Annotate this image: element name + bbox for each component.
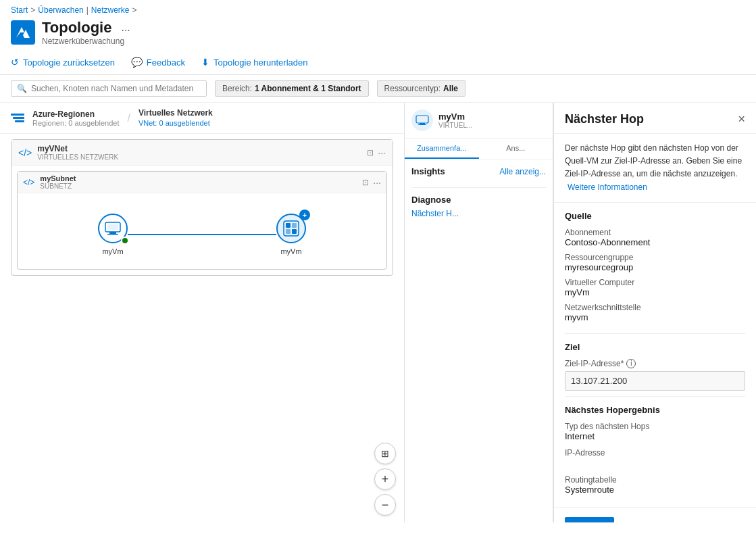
zoom-in-button[interactable]: + [374, 468, 396, 490]
resource-filter-tag[interactable]: Ressourcentyp: Alle [377, 80, 465, 97]
legend-vnet-link[interactable]: VNet: 0 ausgeblendet [138, 119, 210, 127]
legend-vnet-label: Virtuelles Netzwerk [138, 108, 213, 118]
hop-panel-header: Nächster Hop × [554, 103, 756, 134]
legend-region-label: Azure-Regionen [32, 109, 119, 119]
tab-ans[interactable]: Ans... [479, 139, 553, 159]
feedback-button[interactable]: 💬 Feedback [131, 54, 185, 70]
legend-region-sub: Regionen: 0 ausgeblendet [32, 119, 119, 127]
vnet-type: VIRTUELLES NETZWERK [37, 153, 118, 161]
svg-rect-4 [107, 224, 118, 230]
summary-tabs: Zusammenfa... Ans... [405, 139, 553, 159]
subnet-header: </> mySubnet SUBNETZ ⊡ ··· [18, 172, 386, 193]
reset-topology-button[interactable]: ↺ Topologie zurücksetzen [11, 54, 115, 70]
result-hop-type-label: Typ des nächsten Hops [565, 422, 745, 431]
feedback-icon: 💬 [131, 57, 143, 68]
diagnose-link[interactable]: Nächster H... [411, 209, 546, 218]
source-subscription-value: Contoso-Abonnement [565, 237, 745, 247]
hop-description: Der nächste Hop gibt den nächsten Hop vo… [554, 134, 756, 203]
source-field-subscription: Abonnement Contoso-Abonnement [565, 228, 745, 247]
result-section: Nächstes Hopergebnis Typ des nächsten Ho… [554, 397, 756, 507]
vm-summary-type: VIRTUEL... [438, 122, 472, 129]
insights-section: Insights Alle anzeig... [405, 159, 553, 187]
result-route-value: Systemroute [565, 485, 745, 495]
source-field-nic: Netzwerkschnittstelle myvm [565, 303, 745, 322]
vnet-resize-button[interactable]: ⊡ [367, 148, 374, 157]
side-panel: myVm VIRTUEL... Zusammenfa... Ans... Ins… [405, 103, 553, 522]
vm-target-icon [282, 220, 300, 237]
legend-vnet: Virtuelles Netzwerk VNet: 0 ausgeblendet [138, 108, 213, 128]
insights-link[interactable]: Alle anzeig... [499, 167, 546, 176]
subnet-box: </> mySubnet SUBNETZ ⊡ ··· [17, 171, 387, 270]
source-rg-label: Ressourcengruppe [565, 253, 745, 262]
hop-panel: Nächster Hop × Der nächste Hop gibt den … [553, 103, 756, 522]
scope-label: Bereich: [222, 84, 252, 93]
breadcrumb-monitor[interactable]: Überwachen [38, 5, 83, 15]
hop-fertig-button[interactable]: Fertig [565, 517, 614, 522]
vnet-header: </> myVNet VIRTUELLES NETZWERK ⊡ ··· [11, 140, 393, 166]
svg-rect-8 [286, 229, 291, 234]
source-subscription-label: Abonnement [565, 228, 745, 237]
zoom-controls: ⊞ + − [374, 443, 396, 516]
resource-label: Ressourcentyp: [384, 84, 440, 93]
vm-node-source[interactable]: myVm [98, 214, 128, 255]
legend-sep: / [127, 112, 130, 124]
result-field-ip: IP-Adresse [565, 448, 745, 468]
vm-node-target[interactable]: + myVm [276, 214, 306, 255]
close-hop-panel-button[interactable]: × [738, 112, 745, 126]
hop-more-info-link[interactable]: Weitere Informationen [568, 182, 647, 192]
diagnose-title: Diagnose [411, 195, 546, 205]
target-ip-input[interactable] [565, 371, 745, 391]
vm-source-status-dot [121, 237, 129, 245]
vnet-more-button[interactable]: ··· [378, 147, 386, 158]
download-topology-button[interactable]: ⬇ Topologie herunterladen [201, 54, 308, 70]
connection-line [128, 234, 276, 235]
result-section-title: Nächstes Hopergebnis [565, 405, 745, 415]
source-nic-label: Netzwerkschnittstelle [565, 303, 745, 312]
more-options-button[interactable]: ... [117, 20, 134, 35]
breadcrumb-start[interactable]: Start [11, 5, 28, 15]
svg-rect-3 [107, 234, 118, 235]
vm-target-plus-badge: + [299, 210, 310, 220]
title-block: Topologie ... Netzwerküberwachung [42, 19, 134, 46]
source-nic-value: myvm [565, 312, 745, 322]
search-box: 🔍 [11, 80, 207, 97]
breadcrumb-sep1: > [30, 5, 35, 15]
scope-filter-tag[interactable]: Bereich: 1 Abonnement & 1 Standort [215, 80, 369, 97]
subnet-more-button[interactable]: ··· [373, 177, 381, 188]
svg-rect-6 [286, 223, 291, 228]
breadcrumb-networks[interactable]: Netzwerke [91, 5, 130, 15]
source-section: Quelle Abonnement Contoso-Abonnement Res… [554, 203, 756, 333]
source-vm-value: myVm [565, 287, 745, 297]
source-field-rg: Ressourcengruppe myresourcegroup [565, 253, 745, 272]
vm-nodes-row: myVm [18, 193, 386, 269]
azure-logo-icon [11, 20, 35, 45]
target-ip-field: Ziel-IP-Adresse* i [565, 359, 745, 391]
svg-rect-2 [109, 232, 116, 234]
vm-target-label: myVm [280, 247, 301, 255]
vm-summary-icon [415, 114, 429, 127]
search-input[interactable] [31, 84, 201, 93]
hop-footer: Fertig Andere IP-Adresse ausprobieren [554, 507, 756, 522]
zoom-fit-button[interactable]: ⊞ [374, 443, 396, 464]
diagnose-section: Diagnose Nächster H... [405, 188, 553, 225]
source-field-vm: Virtueller Computer myVm [565, 278, 745, 297]
subnet-icon: </> [23, 178, 34, 187]
subnet-resize-button[interactable]: ⊡ [362, 178, 369, 187]
tab-summary[interactable]: Zusammenfa... [405, 139, 479, 159]
result-field-route: Routingtabelle Systemroute [565, 475, 745, 495]
legend-header: Azure-Regionen Regionen: 0 ausgeblendet … [0, 103, 404, 134]
toolbar: ↺ Topologie zurücksetzen 💬 Feedback ⬇ To… [0, 51, 756, 75]
page-subtitle: Netzwerküberwachung [42, 36, 134, 46]
search-icon: 🔍 [17, 84, 27, 93]
result-ip-label: IP-Adresse [565, 448, 745, 458]
zoom-out-button[interactable]: − [374, 494, 396, 516]
legend-stack-icon [11, 114, 24, 122]
svg-rect-12 [418, 124, 426, 125]
scope-value: 1 Abonnement & 1 Standort [255, 84, 361, 93]
main-area: Azure-Regionen Regionen: 0 ausgeblendet … [0, 103, 756, 522]
result-field-hop-type: Typ des nächsten Hops Internet [565, 422, 745, 441]
subnet-name: mySubnet [40, 174, 76, 182]
svg-rect-11 [420, 123, 425, 124]
filter-bar: 🔍 Bereich: 1 Abonnement & 1 Standort Res… [0, 75, 756, 103]
svg-rect-10 [416, 116, 428, 123]
